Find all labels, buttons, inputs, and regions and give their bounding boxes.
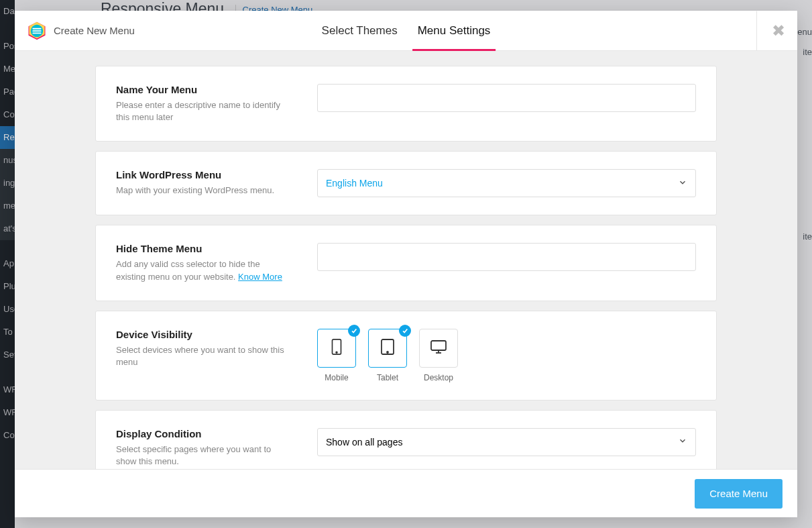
check-icon	[348, 325, 360, 337]
svg-rect-4	[32, 30, 41, 32]
section-title: Display Condition	[116, 428, 290, 439]
menu-name-input[interactable]	[317, 84, 696, 112]
modal-brand: Create New Menu	[15, 21, 135, 41]
section-link-wp-menu: Link WordPress Menu Map with your existi…	[95, 151, 717, 215]
section-desc: Add any valid css selector to hide the e…	[116, 258, 290, 282]
modal-header: Create New Menu Select Themes Menu Setti…	[15, 11, 797, 51]
svg-rect-5	[32, 32, 41, 34]
section-title: Name Your Menu	[116, 84, 290, 95]
tab-menu-settings[interactable]: Menu Settings	[418, 11, 491, 50]
close-icon[interactable]: ✖	[756, 11, 785, 50]
modal-body: Name Your Menu Please enter a descriptiv…	[15, 51, 797, 469]
create-menu-button[interactable]: Create Menu	[695, 479, 782, 509]
modal-title: Create New Menu	[54, 25, 135, 36]
mobile-icon	[330, 338, 343, 358]
device-mobile-toggle[interactable]	[317, 329, 356, 368]
display-condition-select[interactable]: Show on all pages	[317, 428, 696, 456]
svg-point-7	[336, 352, 337, 353]
check-icon	[399, 325, 411, 337]
section-name-menu: Name Your Menu Please enter a descriptiv…	[95, 66, 717, 142]
section-display-condition: Display Condition Select specific pages …	[95, 410, 717, 469]
modal-tabs: Select Themes Menu Settings	[322, 11, 491, 50]
know-more-link[interactable]: Know More	[238, 272, 282, 282]
section-title: Device Visibility	[116, 329, 290, 340]
brand-logo-icon	[27, 21, 47, 41]
section-device-visibility: Device Visibility Select devices where y…	[95, 311, 717, 401]
svg-rect-10	[431, 341, 446, 350]
section-desc: Select specific pages where you want to …	[116, 443, 290, 468]
select-value: English Menu	[326, 178, 383, 189]
device-label: Tablet	[368, 373, 407, 382]
section-title: Hide Theme Menu	[116, 243, 290, 254]
create-menu-modal: Create New Menu Select Themes Menu Setti…	[15, 11, 797, 517]
section-desc: Please enter a descriptive name to ident…	[116, 99, 290, 123]
select-value: Show on all pages	[326, 437, 402, 447]
svg-point-9	[387, 352, 388, 353]
modal-footer: Create Menu	[15, 469, 797, 517]
section-desc: Map with your existing WordPress menu.	[116, 184, 290, 197]
device-desktop-toggle[interactable]	[419, 329, 458, 368]
section-title: Link WordPress Menu	[116, 169, 290, 180]
section-desc: Select devices where you want to show th…	[116, 344, 290, 368]
css-selector-input[interactable]	[317, 243, 696, 271]
device-label: Desktop	[419, 373, 458, 382]
tab-select-themes[interactable]: Select Themes	[322, 11, 398, 50]
device-label: Mobile	[317, 373, 356, 382]
desktop-icon	[430, 339, 447, 357]
chevron-down-icon	[678, 178, 687, 189]
section-hide-theme-menu: Hide Theme Menu Add any valid css select…	[95, 225, 717, 301]
svg-rect-3	[32, 28, 41, 29]
device-tablet-toggle[interactable]	[368, 329, 407, 368]
wp-menu-select[interactable]: English Menu	[317, 169, 696, 197]
chevron-down-icon	[678, 436, 687, 447]
tablet-icon	[380, 337, 396, 359]
